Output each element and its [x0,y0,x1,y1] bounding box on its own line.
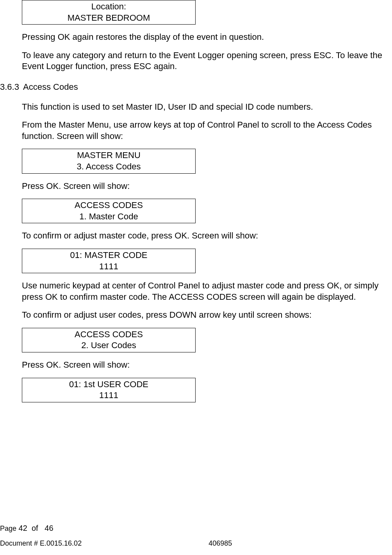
footer-doc-label: Document # E.0015.16.02 [0,539,82,548]
display-line: 1111 [22,261,195,272]
display-line: 3. Access Codes [22,161,195,173]
section-heading: 3.6.3 Access Codes [0,82,388,93]
display-line: ACCESS CODES [22,200,195,211]
paragraph: Press OK. Screen will show: [22,359,388,371]
footer-of-word: of [32,524,38,532]
display-line: 01: 1st USER CODE [22,379,195,390]
footer-page-word: Page [0,525,16,532]
footer-total-pages: 46 [45,524,53,532]
display-line: Location: [22,1,195,12]
display-box-user-code: 01: 1st USER CODE 1111 [22,378,196,402]
paragraph: Use numeric keypad at center of Control … [22,280,388,302]
display-line: MASTER BEDROOM [22,12,195,24]
display-box-location: Location: MASTER BEDROOM [22,0,196,25]
section-number: 3.6.3 [0,82,19,93]
display-box-master-menu: MASTER MENU 3. Access Codes [22,149,196,173]
display-line: ACCESS CODES [22,329,195,340]
display-line: MASTER MENU [22,150,195,161]
display-line: 2. User Codes [22,340,195,351]
paragraph: To confirm or adjust master code, press … [22,230,388,242]
display-box-access-codes-1: ACCESS CODES 1. Master Code [22,199,196,223]
footer-doc-right: 406985 [208,539,232,548]
display-line: 01: MASTER CODE [22,250,195,261]
display-box-access-codes-2: ACCESS CODES 2. User Codes [22,328,196,352]
section-title: Access Codes [23,82,78,93]
display-line: 1111 [22,390,195,401]
paragraph: To leave any category and return to the … [22,50,388,72]
paragraph: Pressing OK again restores the display o… [22,32,388,43]
page-footer: Page 42 of 46 Document # E.0015.16.02 40… [0,523,392,548]
paragraph: From the Master Menu, use arrow keys at … [22,119,388,142]
paragraph: To confirm or adjust user codes, press D… [22,310,388,321]
paragraph: This function is used to set Master ID, … [22,101,388,113]
display-line: 1. Master Code [22,211,195,222]
display-box-master-code: 01: MASTER CODE 1111 [22,249,196,273]
paragraph: Press OK. Screen will show: [22,181,388,192]
footer-page-number: 42 [19,524,27,532]
